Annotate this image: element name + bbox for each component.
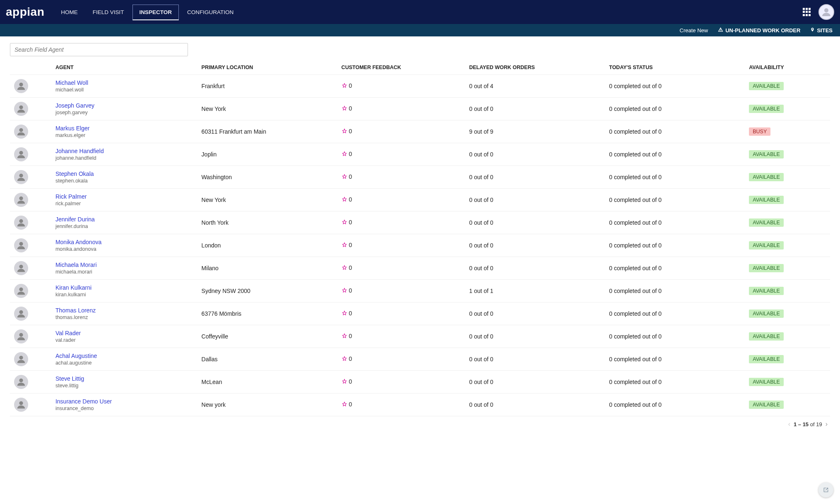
col-availability: AVAILABILITY: [745, 61, 830, 75]
agent-name-link[interactable]: Jennifer Durina: [55, 216, 193, 223]
cell-location: Milano: [197, 257, 337, 280]
availability-badge: AVAILABLE: [749, 105, 784, 113]
cell-delayed: 0 out of 0: [465, 143, 605, 166]
availability-badge: AVAILABLE: [749, 150, 784, 158]
agent-name-link[interactable]: Johanne Handfield: [55, 148, 193, 154]
cell-feedback: 0: [337, 211, 465, 234]
table-row: Kiran Kulkarnikiran.kulkarniSydney NSW 2…: [10, 280, 830, 302]
cell-delayed: 0 out of 0: [465, 211, 605, 234]
agent-name-link[interactable]: Steve Littig: [55, 375, 193, 382]
availability-badge: BUSY: [749, 127, 770, 136]
availability-badge: AVAILABLE: [749, 218, 784, 227]
nav-item-field-visit[interactable]: FIELD VISIT: [86, 5, 131, 19]
avatar: [14, 147, 28, 161]
pager-prev[interactable]: ‹: [788, 420, 790, 428]
table-row: Markus Elgermarkus.elger60311 Frankfurt …: [10, 120, 830, 143]
nav-item-configuration[interactable]: CONFIGURATION: [181, 5, 240, 19]
avatar: [14, 375, 28, 389]
svg-point-5: [19, 174, 23, 178]
svg-point-2: [19, 106, 23, 109]
agent-name-link[interactable]: Stephen Okala: [55, 170, 193, 177]
cell-status: 0 completed out of 0: [605, 280, 745, 302]
svg-point-6: [19, 197, 23, 200]
availability-badge: AVAILABLE: [749, 173, 784, 181]
agent-name-link[interactable]: Thomas Lorenz: [55, 307, 193, 314]
unplanned-work-order-link[interactable]: UN-PLANNED WORK ORDER: [718, 27, 800, 34]
search-input[interactable]: [10, 43, 188, 56]
cell-delayed: 0 out of 0: [465, 189, 605, 211]
svg-point-13: [19, 356, 23, 360]
table-row: Val Raderval.raderCoffeyville00 out of 0…: [10, 325, 830, 348]
availability-badge: AVAILABLE: [749, 332, 784, 341]
cell-feedback: 0: [337, 302, 465, 325]
cell-feedback: 0: [337, 325, 465, 348]
cell-feedback: 0: [337, 143, 465, 166]
svg-point-4: [19, 151, 23, 155]
table-row: Rick Palmerrick.palmerNew York00 out of …: [10, 189, 830, 211]
agent-name-link[interactable]: Michaela Morari: [55, 262, 193, 268]
cell-feedback: 0: [337, 166, 465, 189]
cell-location: New York: [197, 98, 337, 120]
star-icon: [342, 151, 347, 158]
agent-name-link[interactable]: Monika Andonova: [55, 239, 193, 245]
avatar: [14, 284, 28, 298]
primary-nav: appian HOMEFIELD VISITINSPECTORCONFIGURA…: [0, 0, 840, 24]
availability-badge: AVAILABLE: [749, 287, 784, 295]
pin-icon: [810, 27, 815, 34]
cell-location: Frankfurt: [197, 75, 337, 98]
agent-username: kiran.kulkarni: [55, 292, 193, 298]
sites-link[interactable]: SITES: [810, 27, 833, 34]
agent-username: michaela.morari: [55, 269, 193, 275]
nav-item-home[interactable]: HOME: [54, 5, 84, 19]
agent-name-link[interactable]: Rick Palmer: [55, 193, 193, 200]
cell-status: 0 completed out of 0: [605, 98, 745, 120]
cell-status: 0 completed out of 0: [605, 75, 745, 98]
agent-name-link[interactable]: Joseph Garvey: [55, 102, 193, 109]
agent-name-link[interactable]: Achal Augustine: [55, 353, 193, 359]
cell-status: 0 completed out of 0: [605, 120, 745, 143]
cell-feedback: 0: [337, 98, 465, 120]
table-row: Insurance Demo Userinsurance_demoNew yor…: [10, 394, 830, 416]
star-icon: [342, 128, 347, 135]
table-row: Thomas Lorenzthomas.lorenz63776 Mömbris0…: [10, 302, 830, 325]
nav-item-inspector[interactable]: INSPECTOR: [132, 5, 179, 20]
apps-grid-icon[interactable]: [803, 8, 811, 16]
star-icon: [342, 242, 347, 249]
cell-status: 0 completed out of 0: [605, 234, 745, 257]
table-row: Michaela Morarimichaela.morariMilano00 o…: [10, 257, 830, 280]
agent-name-link[interactable]: Insurance Demo User: [55, 398, 193, 405]
cell-delayed: 0 out of 0: [465, 302, 605, 325]
star-icon: [342, 333, 347, 340]
svg-point-11: [19, 310, 23, 314]
pager: ‹ 1 – 15 of 19 ›: [10, 416, 830, 430]
availability-badge: AVAILABLE: [749, 355, 784, 363]
agent-name-link[interactable]: Markus Elger: [55, 125, 193, 132]
cell-location: New york: [197, 394, 337, 416]
agent-name-link[interactable]: Michael Woll: [55, 79, 193, 86]
user-avatar-button[interactable]: [818, 4, 834, 20]
pager-total: 19: [816, 421, 822, 427]
cell-status: 0 completed out of 0: [605, 211, 745, 234]
col-status: TODAY'S STATUS: [605, 61, 745, 75]
table-row: Monika Andonovamonika.andonovaLondon00 o…: [10, 234, 830, 257]
cell-status: 0 completed out of 0: [605, 166, 745, 189]
content: AGENT PRIMARY LOCATION CUSTOMER FEEDBACK…: [0, 36, 840, 434]
avatar: [14, 329, 28, 343]
cell-location: Washington: [197, 166, 337, 189]
cell-delayed: 0 out of 0: [465, 394, 605, 416]
agent-name-link[interactable]: Kiran Kulkarni: [55, 284, 193, 291]
cell-location: 63776 Mömbris: [197, 302, 337, 325]
agent-username: monika.andonova: [55, 246, 193, 252]
cell-feedback: 0: [337, 257, 465, 280]
create-new-link[interactable]: Create New: [680, 27, 708, 34]
availability-badge: AVAILABLE: [749, 378, 784, 386]
pager-next[interactable]: ›: [826, 420, 828, 428]
agent-name-link[interactable]: Val Rader: [55, 330, 193, 336]
avatar: [14, 238, 28, 252]
cell-feedback: 0: [337, 280, 465, 302]
cell-location: Joplin: [197, 143, 337, 166]
cell-status: 0 completed out of 0: [605, 348, 745, 371]
avatar: [14, 307, 28, 321]
col-location: PRIMARY LOCATION: [197, 61, 337, 75]
avatar: [14, 125, 28, 139]
